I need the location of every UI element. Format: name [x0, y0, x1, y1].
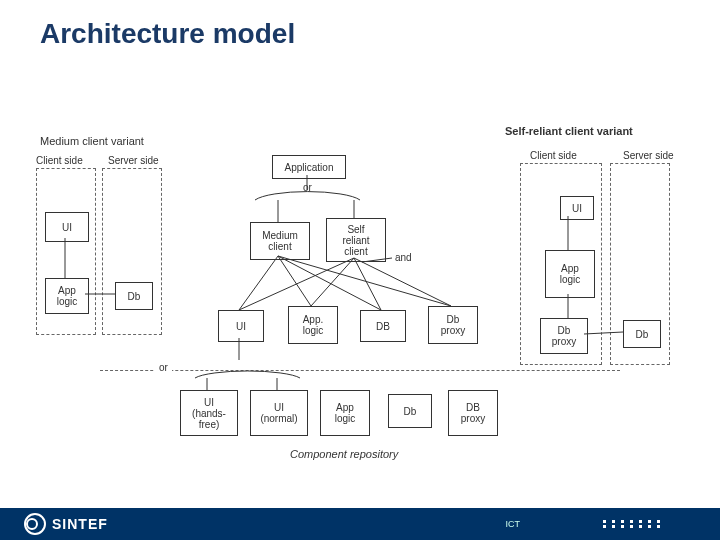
divider-or: [100, 370, 620, 371]
svg-line-4: [278, 256, 311, 306]
heading-self-variant: Self-reliant client variant: [505, 125, 633, 137]
footer-dept: ICT: [506, 519, 521, 529]
box-ui-right: UI: [560, 196, 594, 220]
brand-name: SINTEF: [52, 516, 108, 532]
label-and: and: [395, 252, 412, 263]
box-dbproxy-bottom: DB proxy: [448, 390, 498, 436]
box-dbproxy-right: Db proxy: [540, 318, 588, 354]
svg-line-6: [278, 256, 451, 306]
label-component-repo: Component repository: [290, 448, 398, 460]
box-ui-left: UI: [45, 212, 89, 242]
label-or-top: or: [303, 182, 312, 193]
box-applogic-right: App logic: [545, 250, 595, 298]
svg-line-7: [239, 258, 354, 310]
label-server-side-left: Server side: [108, 155, 159, 166]
label-server-side-right: Server side: [623, 150, 674, 161]
brand-icon: [24, 513, 46, 535]
box-db-right: Db: [623, 320, 661, 348]
box-applogic-bottom: App logic: [320, 390, 370, 436]
svg-line-3: [239, 256, 278, 310]
brand-logo: SINTEF: [24, 513, 108, 535]
box-db-center: DB: [360, 310, 406, 342]
box-applogic-left: App logic: [45, 278, 89, 314]
svg-line-9: [354, 258, 381, 310]
label-client-side-right: Client side: [530, 150, 577, 161]
footer-dots-icon: [603, 520, 660, 528]
box-ui-center: UI: [218, 310, 264, 342]
box-db-bottom: Db: [388, 394, 432, 428]
box-ui-normal: UI (normal): [250, 390, 308, 436]
heading-medium-variant: Medium client variant: [40, 135, 144, 147]
box-appdotlogic: App. logic: [288, 306, 338, 344]
box-ui-handsfree: UI (hands- free): [180, 390, 238, 436]
svg-line-5: [278, 256, 381, 310]
label-or-bottom: or: [155, 362, 172, 373]
box-db-left: Db: [115, 282, 153, 310]
box-self-client: Self reliant client: [326, 218, 386, 262]
box-medium-client: Medium client: [250, 222, 310, 260]
svg-line-10: [354, 258, 451, 306]
footer-bar: SINTEF ICT: [0, 508, 720, 540]
label-client-side-left: Client side: [36, 155, 83, 166]
box-dbproxy-center: Db proxy: [428, 306, 478, 344]
svg-line-8: [311, 258, 354, 306]
page-title: Architecture model: [40, 18, 295, 50]
box-application: Application: [272, 155, 346, 179]
